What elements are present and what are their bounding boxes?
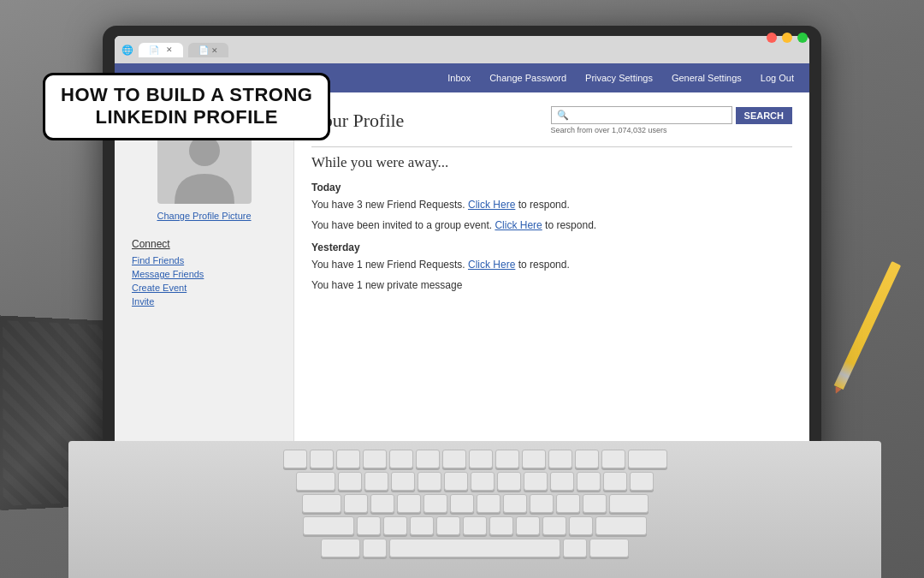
tab-close-inactive[interactable]: ✕ bbox=[211, 46, 218, 55]
key[interactable] bbox=[530, 494, 554, 513]
key-caps[interactable] bbox=[302, 494, 341, 513]
key[interactable] bbox=[550, 472, 574, 491]
key-alt[interactable] bbox=[363, 539, 387, 557]
key[interactable] bbox=[424, 494, 447, 513]
key-row-5 bbox=[86, 539, 864, 557]
nav-privacy-settings[interactable]: Privacy Settings bbox=[577, 68, 661, 88]
yesterday-label: Yesterday bbox=[311, 241, 792, 253]
today-line1: You have 3 new Friend Requests. Click He… bbox=[311, 197, 792, 212]
main-content: Change Profile Picture Connect Find Frie… bbox=[115, 92, 809, 464]
key[interactable] bbox=[338, 472, 362, 491]
key[interactable] bbox=[357, 516, 381, 535]
key-shift-right[interactable] bbox=[595, 516, 647, 535]
key[interactable] bbox=[495, 450, 519, 468]
key[interactable] bbox=[391, 472, 415, 491]
yesterday-line1: You have 1 new Friend Requests. Click He… bbox=[311, 257, 792, 272]
traffic-light-red[interactable] bbox=[767, 33, 777, 43]
key[interactable] bbox=[556, 494, 580, 513]
key[interactable] bbox=[442, 450, 466, 468]
key[interactable] bbox=[397, 494, 421, 513]
search-section: 🔍 SEARCH Search from over 1,074,032 user… bbox=[551, 106, 792, 134]
key[interactable] bbox=[283, 450, 307, 468]
key[interactable] bbox=[575, 450, 599, 468]
sidebar-link-create-event[interactable]: Create Event bbox=[132, 283, 276, 293]
key-shift-left[interactable] bbox=[303, 516, 354, 535]
search-bar: 🔍 SEARCH bbox=[551, 106, 792, 124]
key[interactable] bbox=[444, 472, 468, 491]
key[interactable] bbox=[603, 472, 627, 491]
key-tab[interactable] bbox=[296, 472, 335, 491]
nav-log-out[interactable]: Log Out bbox=[752, 68, 803, 88]
key[interactable] bbox=[416, 450, 440, 468]
key-backspace[interactable] bbox=[628, 450, 667, 468]
search-input-wrapper: 🔍 bbox=[551, 106, 732, 124]
divider bbox=[311, 146, 792, 147]
sidebar-link-message-friends[interactable]: Message Friends bbox=[132, 269, 276, 279]
today-line2: You have been invited to a group event. … bbox=[311, 217, 792, 233]
browser-tab-active[interactable]: 📄 ✕ bbox=[139, 43, 183, 57]
sidebar-link-find-friends[interactable]: Find Friends bbox=[132, 255, 276, 265]
overlay-banner: HOW TO BUILD A STRONG LINKEDIN PROFILE bbox=[43, 73, 330, 140]
browser-chrome: 🌐 📄 ✕ 📄 ✕ bbox=[115, 36, 809, 63]
content-area: Your Profile 🔍 SEARCH Search from over 1… bbox=[294, 92, 809, 464]
key[interactable] bbox=[548, 450, 572, 468]
traffic-light-yellow[interactable] bbox=[782, 33, 792, 43]
key-alt-right[interactable] bbox=[563, 539, 587, 557]
key[interactable] bbox=[522, 450, 546, 468]
key[interactable] bbox=[410, 516, 434, 535]
key[interactable] bbox=[630, 472, 654, 491]
key[interactable] bbox=[524, 472, 548, 491]
key[interactable] bbox=[336, 450, 360, 468]
traffic-light-green[interactable] bbox=[797, 33, 808, 43]
key-ctrl-right[interactable] bbox=[589, 539, 629, 557]
key[interactable] bbox=[364, 472, 388, 491]
key-ctrl[interactable] bbox=[321, 539, 360, 557]
key-enter[interactable] bbox=[609, 494, 649, 513]
search-input[interactable] bbox=[572, 110, 726, 121]
key[interactable] bbox=[542, 516, 566, 535]
key[interactable] bbox=[310, 450, 334, 468]
sidebar-connect-section: Connect Find Friends Message Friends Cre… bbox=[115, 229, 293, 319]
key[interactable] bbox=[489, 516, 513, 535]
key[interactable] bbox=[477, 494, 500, 513]
today-line1-link[interactable]: Click Here bbox=[468, 199, 515, 211]
key[interactable] bbox=[389, 450, 413, 468]
tab-icon: 📄 bbox=[149, 45, 159, 55]
today-label: Today bbox=[311, 182, 792, 194]
nav-change-password[interactable]: Change Password bbox=[481, 68, 575, 88]
key[interactable] bbox=[383, 516, 407, 535]
key[interactable] bbox=[497, 472, 521, 491]
nav-general-settings[interactable]: General Settings bbox=[663, 68, 750, 88]
search-button[interactable]: SEARCH bbox=[736, 107, 792, 124]
key[interactable] bbox=[418, 472, 441, 491]
change-profile-picture-link[interactable]: Change Profile Picture bbox=[157, 211, 251, 221]
key[interactable] bbox=[471, 472, 495, 491]
tab-icon-2: 📄 bbox=[198, 45, 209, 55]
key[interactable] bbox=[344, 494, 368, 513]
key[interactable] bbox=[503, 494, 527, 513]
key[interactable] bbox=[516, 516, 540, 535]
nav-inbox[interactable]: Inbox bbox=[439, 68, 479, 88]
keyboard-keys bbox=[68, 441, 881, 566]
overlay-text-line2: LINKEDIN PROFILE bbox=[61, 106, 312, 128]
key[interactable] bbox=[370, 494, 394, 513]
key[interactable] bbox=[463, 516, 487, 535]
tab-close-active[interactable]: ✕ bbox=[166, 45, 173, 54]
key[interactable] bbox=[569, 516, 593, 535]
key[interactable] bbox=[436, 516, 460, 535]
key-row-3 bbox=[86, 494, 864, 513]
sidebar-link-invite[interactable]: Invite bbox=[132, 296, 276, 307]
today-line2-suffix: to respond. bbox=[545, 219, 596, 231]
key[interactable] bbox=[601, 450, 625, 468]
key[interactable] bbox=[450, 494, 474, 513]
key[interactable] bbox=[583, 494, 607, 513]
overlay-text-line1: HOW TO BUILD A STRONG bbox=[61, 84, 312, 106]
key[interactable] bbox=[363, 450, 387, 468]
today-line2-link[interactable]: Click Here bbox=[495, 219, 542, 231]
key-space[interactable] bbox=[389, 539, 560, 557]
yesterday-line1-link[interactable]: Click Here bbox=[468, 259, 515, 271]
today-line1-suffix: to respond. bbox=[518, 199, 570, 211]
key[interactable] bbox=[469, 450, 493, 468]
key[interactable] bbox=[577, 472, 601, 491]
browser-tab-inactive[interactable]: 📄 ✕ bbox=[188, 43, 228, 57]
